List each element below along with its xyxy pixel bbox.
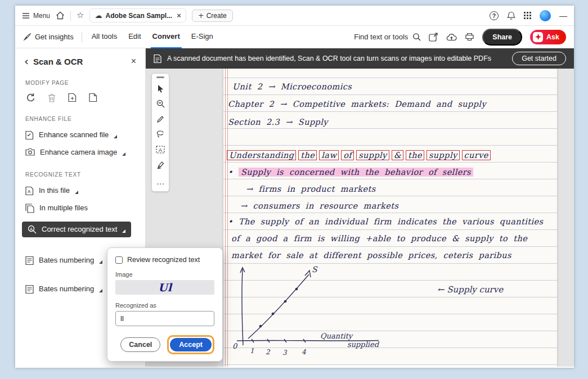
dialog-buttons: Cancel Accept: [115, 335, 214, 354]
accept-button[interactable]: Accept: [170, 338, 212, 351]
ocr-word-box[interactable]: the: [406, 150, 424, 160]
recognized-as-label: Recognized as: [115, 302, 214, 309]
ocr-word-box[interactable]: of: [341, 150, 354, 160]
tab-label: Convert: [152, 32, 180, 40]
highlighted-line: • Supply is concerned with the behavior …: [228, 168, 473, 177]
cancel-button[interactable]: Cancel: [120, 337, 160, 352]
document-tab[interactable]: ☁ Adobe Scan Sampl... ×: [89, 8, 186, 22]
sidebar-item-correct-recognized-text[interactable]: A Correct recognized text: [22, 222, 131, 237]
ocr-word-box[interactable]: &: [392, 150, 403, 160]
ocr-word-box[interactable]: supply: [356, 150, 389, 160]
toolbar-right-group: Find text or tools Share Ask: [354, 29, 566, 46]
home-button[interactable]: [56, 11, 65, 20]
zoom-tool[interactable]: [153, 96, 168, 111]
ai-assistant-icon: [533, 32, 543, 42]
star-icon[interactable]: ☆: [77, 11, 84, 20]
app-switcher-icon[interactable]: [524, 12, 531, 19]
submenu-corner-icon: [114, 135, 117, 138]
submenu-corner-icon: [122, 152, 125, 156]
get-insights-button[interactable]: Get insights: [23, 33, 74, 41]
handwriting-line: → firms in product markets: [246, 184, 376, 193]
palette-drag-handle[interactable]: [156, 76, 164, 78]
menu-label: Menu: [33, 12, 50, 20]
lasso-icon: [156, 130, 164, 138]
submenu-corner-icon: [99, 289, 102, 292]
sidebar-item-label: Correct recognized text: [42, 225, 117, 233]
print-icon[interactable]: [465, 33, 474, 41]
banner-message: A scanned document has been identified, …: [167, 55, 491, 62]
x-axis-label: supplied: [347, 340, 380, 349]
bates-numbering-icon: [25, 256, 34, 265]
notifications-bell-icon[interactable]: [507, 11, 515, 20]
sidebar-item-in-this-file[interactable]: A In this file: [15, 182, 145, 200]
document-tab-title: Adobe Scan Sampl...: [105, 12, 172, 20]
cloud-upload-icon[interactable]: [446, 33, 457, 41]
create-tab-button[interactable]: + Create: [192, 10, 233, 22]
supply-curve-graph: S 0 1 2 3 4 Quantity supplied ← Supply c…: [226, 263, 552, 364]
highlighter-tool[interactable]: [153, 157, 168, 172]
scanned-page[interactable]: Unit 2 → Microeconomics Chapter 2 → Comp…: [223, 69, 557, 367]
text-recognition-tool[interactable]: A: [153, 142, 168, 157]
sidebar-item-enhance-scanned-file[interactable]: Enhance scanned file: [15, 127, 145, 144]
submenu-corner-icon: [75, 191, 78, 194]
sidebar-item-label: Bates numbering: [39, 256, 94, 264]
menu-button[interactable]: Menu: [22, 12, 50, 20]
image-field-label: Image: [115, 271, 214, 278]
svg-text:A: A: [28, 189, 31, 194]
tab-all-tools[interactable]: All tools: [90, 26, 119, 48]
sidebar-item-label: In this file: [39, 186, 70, 195]
tab-convert[interactable]: Convert: [151, 26, 182, 48]
delete-page-icon[interactable]: [48, 93, 56, 102]
panel-header: ‹ Scan & OCR ×: [15, 48, 145, 69]
ocr-word-box[interactable]: law: [319, 150, 339, 160]
help-button[interactable]: ?: [490, 11, 499, 20]
pen-tool[interactable]: [153, 111, 168, 127]
insert-page-icon[interactable]: [68, 93, 77, 102]
sidebar-item-enhance-camera-image[interactable]: Enhance camera image: [15, 144, 145, 160]
enhance-document-icon: [25, 130, 34, 140]
modify-page-tools: [15, 91, 145, 105]
ocr-word-box[interactable]: curve: [462, 150, 491, 160]
supply-label: S: [312, 265, 318, 274]
sidebar-item-in-multiple-files[interactable]: In multiple files: [15, 200, 145, 217]
minimize-icon[interactable]: —: [559, 11, 567, 20]
ask-ai-button[interactable]: Ask: [530, 30, 566, 44]
review-checkbox[interactable]: [115, 256, 123, 264]
share-button[interactable]: Share: [482, 29, 522, 46]
cursor-arrow-icon: [157, 84, 164, 93]
rotate-page-icon[interactable]: [25, 93, 35, 102]
x-tick: 4: [302, 348, 306, 356]
create-label: Create: [207, 12, 227, 20]
ocr-word-box[interactable]: supply: [427, 150, 460, 160]
more-tools-button[interactable]: …: [153, 174, 168, 189]
get-started-button[interactable]: Get started: [512, 52, 566, 65]
quick-tools-palette: A …: [151, 73, 169, 192]
recognized-as-input[interactable]: [115, 311, 214, 326]
tab-close-icon[interactable]: ×: [177, 11, 181, 20]
x-tick: 3: [282, 349, 288, 357]
back-chevron-icon[interactable]: ‹: [24, 57, 29, 65]
supply-curve-annotation: ← Supply curve: [437, 285, 504, 295]
section-recognize-text: RECOGNIZE TEXT: [25, 172, 135, 178]
tab-label: Edit: [128, 32, 141, 40]
extract-page-icon[interactable]: [89, 93, 97, 102]
select-tool[interactable]: [153, 81, 168, 96]
origin-label: 0: [232, 342, 238, 350]
tab-esign[interactable]: E-Sign: [190, 26, 215, 48]
ocr-word-box[interactable]: Understanding: [227, 150, 296, 160]
profile-avatar[interactable]: [540, 10, 551, 21]
sidebar-item-label: Enhance scanned file: [39, 130, 109, 139]
search-icon: [412, 33, 421, 41]
find-text-or-tools[interactable]: Find text or tools: [354, 33, 421, 41]
panel-close-icon[interactable]: ×: [131, 56, 136, 66]
tab-edit[interactable]: Edit: [127, 26, 142, 48]
ocr-word-box[interactable]: the: [298, 150, 317, 160]
recognize-text-file-icon: A: [25, 186, 34, 196]
acrobat-window: Menu ☆ ☁ Adobe Scan Sampl... × + Create …: [15, 6, 574, 368]
text-select-icon: A: [156, 146, 165, 154]
export-icon[interactable]: [429, 33, 438, 42]
content-area: ‹ Scan & OCR × MODIFY PAGE ENHANCE FILE …: [15, 48, 574, 367]
ask-label: Ask: [546, 33, 559, 41]
ocr-suggestion-banner: A scanned document has been identified, …: [146, 48, 574, 69]
lasso-tool[interactable]: [153, 127, 168, 142]
